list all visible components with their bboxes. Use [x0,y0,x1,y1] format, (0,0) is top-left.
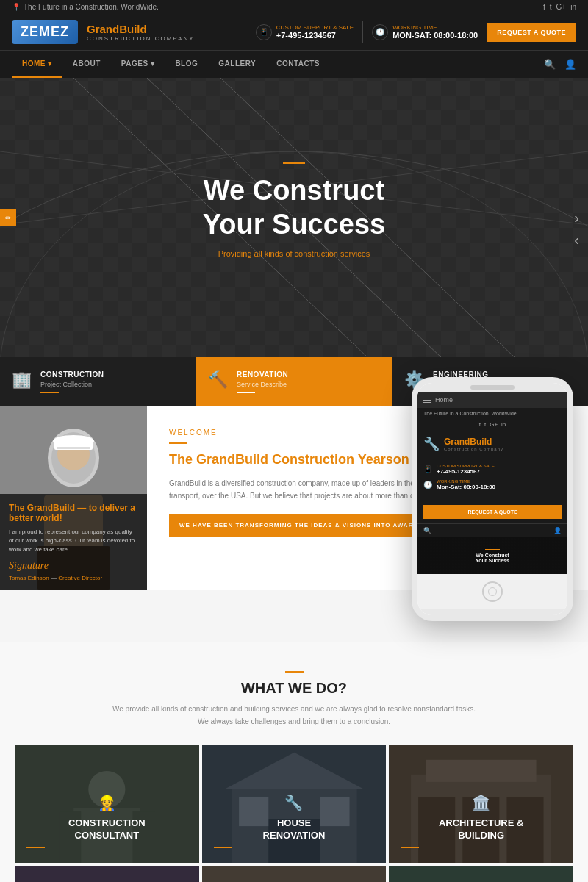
construction-icon: 🏢 [12,370,32,390]
service-card-building-engineering[interactable]: 🚜 BUILDINGENGINEERING [202,866,387,882]
phone-fb[interactable]: f [479,421,481,428]
card-icon-2: 🔧 [214,794,375,811]
about-name: Tomas Edinson — Creative Director [9,575,138,581]
navigation: HOME ▾ ABOUT PAGES ▾ BLOG GALLERY CONTAC… [0,50,588,78]
nav-item-pages[interactable]: PAGES ▾ [111,51,165,78]
header: ZEMEZ GrandBuild CONSTRUCTION COMPANY 📱 … [0,14,588,50]
phone-tagline: The Future in a Construction. WorldWide. [423,411,518,416]
nav-item-home[interactable]: HOME ▾ [12,51,62,78]
card-content-6: 📋 PRECONSTRUCTIONPLANNING [389,866,573,882]
nav-icons: 🔍 👤 [544,59,576,70]
hero-section: ✏ We Construct Your Success Providing al… [0,78,588,357]
service-text-renovation: RENOVATION Service Describe [237,370,288,393]
nav-items: HOME ▾ ABOUT PAGES ▾ BLOG GALLERY CONTAC… [12,51,544,78]
services-grid: 👷 CONSTRUCTIONCONSULTANT 🔧 HOU [15,745,573,882]
edit-button[interactable]: ✏ [0,209,16,226]
contact-label: CUSTOM SUPPORT & SALE [276,24,354,31]
search-icon[interactable]: 🔍 [544,59,556,70]
phone-notch-inner [470,385,514,390]
hero-content: We Construct Your Success Providing all … [188,162,401,272]
tagline: The Future in a Construction. WorldWide. [24,3,159,11]
card-content-2: 🔧 HOUSERENOVATION [202,745,387,863]
section-accent [285,671,304,673]
phone-tw[interactable]: t [484,421,486,428]
zemez-logo[interactable]: ZEMEZ [12,20,78,44]
nav-item-contacts[interactable]: CONTACTS [266,51,330,78]
hero-prev-arrow[interactable]: ‹ [574,232,579,248]
phone-brand-sub: Construction Company [444,447,503,451]
divider-1 [362,21,363,43]
service-underline [40,392,59,393]
service-renovation[interactable]: 🔨 RENOVATION Service Describe [196,357,392,406]
card-content-4: 🎨 INTERIOR DESIGN [15,866,199,882]
location-icon: 📍 [12,3,21,11]
social-links: f t G+ in [543,3,576,11]
card-line-2 [214,847,232,848]
nav-item-blog[interactable]: BLOG [165,51,208,78]
section-title: WHAT WE DO? [15,680,573,697]
nav-item-about[interactable]: ABOUT [62,51,111,78]
phone-contacts: 📱 CUSTOM SUPPORT & SALE +7-495-1234567 🕐… [417,458,567,501]
phone-hours-row: 🕐 WORKING TIME Mon-Sat: 08:00-18:00 [423,479,562,490]
hero-accent-line [283,162,305,164]
phone-working-hours: Mon-Sat: 08:00-18:00 [437,484,495,490]
working-hours-val: MON-SAT: 08:00-18:00 [392,31,478,40]
working-hours: 🕐 WORKING TIME MON-SAT: 08:00-18:00 [372,24,478,40]
nav-item-gallery[interactable]: GALLERY [208,51,266,78]
service-text-construction: CONSTRUCTION Project Collection [40,370,104,393]
request-quote-button[interactable]: REQUEST A QUOTE [487,23,576,42]
phone-quote-btn[interactable]: REQUEST A QUOTE [423,505,562,519]
service-construction[interactable]: 🏢 CONSTRUCTION Project Collection [0,357,196,406]
phone-icon: 📱 [256,24,272,40]
top-bar: 📍 The Future in a Construction. WorldWid… [0,0,588,14]
phone-bottom [417,609,567,615]
phone-user-icon[interactable]: 👤 [553,527,562,534]
phone-gp[interactable]: G+ [490,421,498,428]
service-card-architecture[interactable]: 🏛️ ARCHITECTURE &BUILDING [389,745,573,863]
service-card-interior-design[interactable]: 🎨 INTERIOR DESIGN [15,866,199,882]
brand-name: GrandBuild [87,23,195,35]
phone-phone-row: 📱 CUSTOM SUPPORT & SALE +7-495-1234567 [423,464,562,475]
linkedin-icon[interactable]: in [570,3,576,11]
about-image: The GrandBuild — to deliver a better wor… [0,406,147,590]
service-card-house-renovation[interactable]: 🔧 HOUSERENOVATION [202,745,387,863]
service-title-renovation: RENOVATION [237,370,288,379]
what-we-do-section: WHAT WE DO? We provide all kinds of cons… [0,642,588,882]
phone-contact-phone: +7-495-1234567 [437,468,495,475]
phone-top-bar: The Future in a Construction. WorldWide. [417,408,567,419]
service-card-preconstruction[interactable]: 📋 PRECONSTRUCTIONPLANNING [389,866,573,882]
phone-accent [485,549,500,550]
user-icon[interactable]: 👤 [564,59,576,70]
grandbuild-logo: GrandBuild CONSTRUCTION COMPANY [87,23,195,42]
phone-screen: Home The Future in a Construction. World… [417,392,567,574]
phone-in[interactable]: in [501,421,506,428]
phone-phone-icon: 📱 [423,465,432,473]
svg-rect-13 [57,447,90,449]
card-content-5: 🚜 BUILDINGENGINEERING [202,866,387,882]
card-title-1: CONSTRUCTIONCONSULTANT [26,817,187,842]
about-section-wrapper: The GrandBuild — to deliver a better wor… [0,406,588,642]
hero-subtitle: Providing all kinds of construction serv… [203,249,386,258]
service-desc-renovation: Service Describe [237,381,288,388]
top-bar-left: 📍 The Future in a Construction. WorldWid… [12,3,159,11]
phone-clock-icon: 🕐 [423,481,432,489]
renovation-icon: 🔨 [208,370,228,390]
about-image-title: The GrandBuild — to deliver a better wor… [9,503,138,523]
hero-next-arrow[interactable]: › [574,209,579,226]
section-desc: We provide all kinds of construction and… [110,703,478,728]
card-content-3: 🏛️ ARCHITECTURE &BUILDING [389,745,573,863]
brand-sub: CONSTRUCTION COMPANY [87,35,195,42]
phone-mockup-wrapper: Home The Future in a Construction. World… [412,377,573,621]
phone-search-icon[interactable]: 🔍 [423,527,431,534]
twitter-icon[interactable]: t [550,3,552,11]
service-card-construction-consultant[interactable]: 👷 CONSTRUCTIONCONSULTANT [15,745,199,863]
hamburger-icon[interactable] [423,398,431,403]
googleplus-icon[interactable]: G+ [556,3,567,11]
hero-title: We Construct Your Success [203,174,386,241]
card-icon-3: 🏛️ [401,794,562,811]
facebook-icon[interactable]: f [543,3,545,11]
about-signature: Signature [9,560,138,572]
working-label: WORKING TIME [392,24,478,31]
about-accent [169,442,187,444]
phone-home-button[interactable] [482,581,503,602]
